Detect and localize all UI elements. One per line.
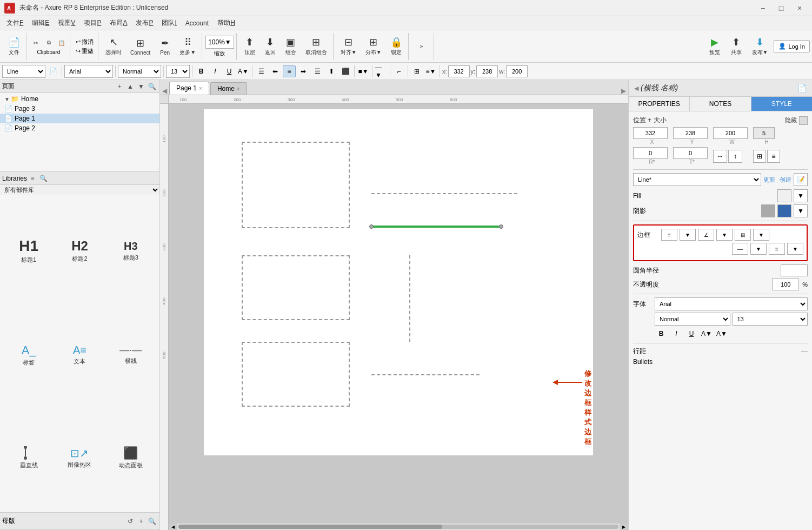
h-scrollbar-thumb[interactable]	[178, 525, 442, 529]
shape-green-line[interactable]	[371, 226, 501, 228]
shape-dashed-rect-1[interactable]	[242, 142, 350, 228]
grid-btn[interactable]: ⊞	[410, 65, 423, 77]
top-btn[interactable]: ⬆ 顶层	[240, 35, 259, 58]
y-pos-input[interactable]	[673, 127, 708, 139]
tab-properties[interactable]: PROPERTIES	[629, 97, 690, 111]
canvas-viewport[interactable]: 修改边框样式边框 ◀ ▶	[169, 104, 628, 530]
lib-item-h3[interactable]: H3 标题3	[107, 199, 155, 303]
insp-underline-btn[interactable]: U	[685, 328, 698, 340]
insp-bold-btn[interactable]: B	[655, 328, 668, 340]
shape-dashed-rect-3[interactable]	[242, 342, 350, 407]
masters-restore-btn[interactable]: ↺	[125, 516, 136, 527]
tab-notes[interactable]: NOTES	[690, 97, 751, 111]
more-btn[interactable]: ⠿ 更多▼	[176, 35, 199, 58]
tab-style[interactable]: STYLE	[751, 97, 812, 111]
border-grid-btn[interactable]: ⊞	[735, 229, 751, 241]
align-btn[interactable]: ⊟ 对齐▼	[337, 35, 361, 58]
masters-search-btn[interactable]: 🔍	[147, 516, 157, 527]
x-pos-input[interactable]	[633, 127, 668, 139]
widget-type-select[interactable]: Line	[2, 65, 45, 78]
undo-btn[interactable]: ↩ 撤消	[74, 37, 96, 47]
menu-team[interactable]: 团队I	[157, 17, 181, 29]
distribute-btn[interactable]: ⊞ 分布▼	[362, 35, 385, 58]
paste-btn[interactable]: 📋	[56, 37, 68, 48]
lib-item-label[interactable]: A_ 标签	[4, 305, 53, 406]
tree-item-page1[interactable]: 📄 Page 1	[0, 114, 159, 123]
update-style-link[interactable]: 更新	[763, 176, 775, 184]
pages-up-btn[interactable]: ▲	[125, 81, 136, 92]
lib-item-text[interactable]: A≡ 文本	[55, 305, 104, 406]
align-top-btn[interactable]: ⬆	[325, 65, 338, 77]
tab-home[interactable]: Home ×	[210, 82, 247, 95]
inspector-collapse-btn[interactable]: ◀	[634, 85, 638, 92]
shape-dashed-line-2[interactable]	[371, 374, 480, 375]
group-btn[interactable]: ▣ 组合	[281, 35, 301, 58]
underline-btn[interactable]: U	[223, 65, 236, 77]
redo-btn[interactable]: ↪ 重做	[74, 47, 96, 56]
lib-dropdown[interactable]: 所有部件库	[0, 185, 159, 195]
h-scrollbar-track[interactable]	[178, 525, 618, 529]
font-size-select-insp[interactable]: 13	[733, 313, 808, 326]
select-btn[interactable]: ↖ 选择时	[102, 35, 125, 58]
shape-dashed-line-1[interactable]	[371, 193, 517, 194]
lib-item-dynpanel[interactable]: ⬛ 动态面板	[107, 407, 155, 508]
font-select[interactable]: Arial	[655, 297, 808, 310]
scroll-left-btn[interactable]: ◀	[169, 524, 177, 530]
w-input[interactable]	[506, 65, 528, 77]
size-lock-btn[interactable]: ⊞	[753, 150, 766, 163]
pages-search-btn[interactable]: 🔍	[147, 81, 157, 92]
flip-h-btn[interactable]: ↔	[713, 150, 727, 163]
ungroup-btn[interactable]: ⊞ 取消组合	[302, 35, 331, 58]
share-btn[interactable]: ⬆ 共享	[727, 35, 746, 58]
pages-down-btn[interactable]: ▼	[136, 81, 147, 92]
close-button[interactable]: ×	[791, 3, 808, 14]
tab-page1[interactable]: Page 1 ×	[169, 82, 209, 95]
inspector-doc-icon[interactable]: 📄	[797, 84, 807, 92]
insp-italic-btn[interactable]: I	[670, 328, 683, 340]
y-input[interactable]	[476, 65, 498, 77]
style-edit-btn[interactable]: 📝	[794, 173, 808, 186]
login-btn[interactable]: 👤 Log In	[774, 40, 810, 52]
align-right-btn[interactable]: ➡	[297, 65, 310, 77]
more-tools-btn[interactable]: »	[412, 35, 431, 58]
masters-add-btn[interactable]: +	[136, 516, 147, 527]
menu-file[interactable]: 文件F	[2, 17, 28, 29]
bold-btn[interactable]: B	[195, 65, 208, 77]
shadow-swatch[interactable]	[761, 204, 775, 217]
tree-item-page3[interactable]: 📄 Page 3	[0, 104, 159, 114]
font-size-select[interactable]: 13	[166, 65, 190, 78]
opacity-input[interactable]	[772, 279, 799, 290]
h-size-input[interactable]	[753, 127, 775, 139]
border-angle-btn[interactable]: ∠	[698, 229, 714, 241]
lib-item-h1[interactable]: H1 标题1	[4, 199, 53, 303]
menu-layout[interactable]: 布局A	[105, 17, 131, 29]
list-btn[interactable]: ☰	[255, 65, 268, 77]
menu-view[interactable]: 视图V	[54, 17, 79, 29]
copy-btn[interactable]: ⧉	[43, 37, 55, 48]
preview-btn[interactable]: ▶ 预览	[705, 35, 724, 58]
minimize-button[interactable]: −	[755, 3, 771, 14]
new-file-btn[interactable]: 📄 文件	[4, 35, 24, 58]
line-endpoint-right[interactable]	[499, 224, 503, 229]
r-input[interactable]	[633, 147, 668, 159]
menu-project[interactable]: 项目P	[79, 17, 105, 29]
italic-btn[interactable]: I	[209, 65, 222, 77]
font-style-select-insp[interactable]: Normal	[655, 313, 730, 326]
lib-menu-btn[interactable]: ≡	[27, 173, 38, 184]
hide-checkbox[interactable]	[799, 116, 808, 125]
pen-btn[interactable]: ✒ Pen	[155, 35, 175, 58]
publish-btn[interactable]: ⬇ 发布▼	[748, 35, 772, 58]
border-rows-dropdown[interactable]: ▼	[787, 243, 803, 255]
fill-dropdown-btn[interactable]: ▼	[794, 189, 808, 202]
cut-btn[interactable]: ✂	[30, 37, 42, 48]
lib-item-hotspot[interactable]: ⊡↗ 图像热区	[55, 407, 104, 508]
zoom-input[interactable]: 100% ▼	[205, 36, 234, 49]
connect-btn[interactable]: ⊞ Connect	[127, 35, 154, 58]
shape-dashed-line-v[interactable]	[409, 255, 410, 342]
h-scrollbar[interactable]: ◀ ▶	[169, 524, 628, 530]
border-angle-dropdown[interactable]: ▼	[716, 229, 733, 241]
insp-font-highlight-btn[interactable]: A▼	[715, 328, 728, 340]
tab-page1-close-icon[interactable]: ×	[199, 85, 202, 91]
border-dash-dropdown[interactable]: ▼	[750, 243, 767, 255]
border-style-dropdown[interactable]: ▼	[680, 229, 696, 241]
